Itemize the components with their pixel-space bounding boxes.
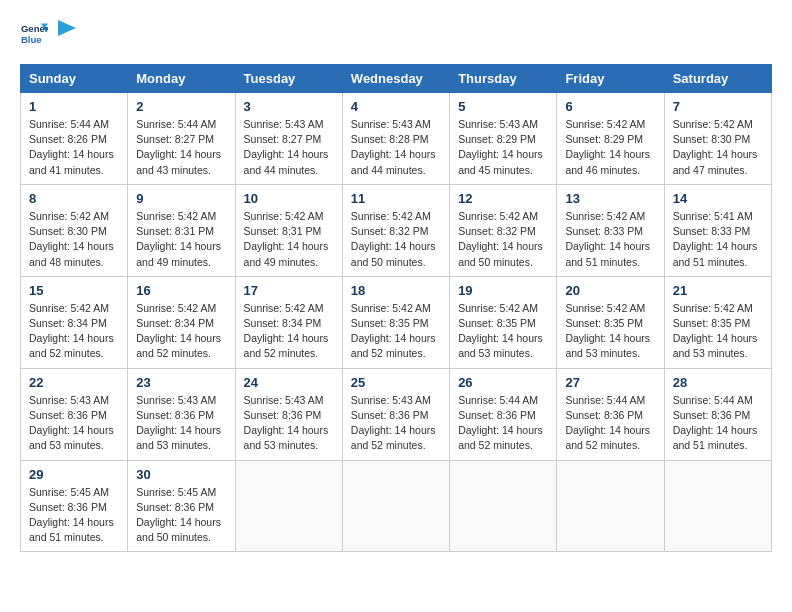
day-info: Sunrise: 5:42 AMSunset: 8:32 PMDaylight:… — [351, 209, 441, 270]
day-number: 12 — [458, 191, 548, 206]
header-saturday: Saturday — [664, 65, 771, 93]
calendar-day-cell: 15Sunrise: 5:42 AMSunset: 8:34 PMDayligh… — [21, 276, 128, 368]
day-info: Sunrise: 5:42 AMSunset: 8:35 PMDaylight:… — [351, 301, 441, 362]
day-number: 21 — [673, 283, 763, 298]
day-number: 19 — [458, 283, 548, 298]
calendar-day-cell — [664, 460, 771, 552]
calendar-day-cell: 2Sunrise: 5:44 AMSunset: 8:27 PMDaylight… — [128, 93, 235, 185]
day-number: 17 — [244, 283, 334, 298]
day-number: 3 — [244, 99, 334, 114]
day-number: 16 — [136, 283, 226, 298]
day-number: 11 — [351, 191, 441, 206]
calendar-week-row: 8Sunrise: 5:42 AMSunset: 8:30 PMDaylight… — [21, 184, 772, 276]
calendar-day-cell: 27Sunrise: 5:44 AMSunset: 8:36 PMDayligh… — [557, 368, 664, 460]
day-number: 20 — [565, 283, 655, 298]
day-number: 5 — [458, 99, 548, 114]
day-number: 2 — [136, 99, 226, 114]
day-info: Sunrise: 5:42 AMSunset: 8:34 PMDaylight:… — [29, 301, 119, 362]
day-number: 27 — [565, 375, 655, 390]
day-info: Sunrise: 5:43 AMSunset: 8:27 PMDaylight:… — [244, 117, 334, 178]
day-number: 14 — [673, 191, 763, 206]
calendar-day-cell: 16Sunrise: 5:42 AMSunset: 8:34 PMDayligh… — [128, 276, 235, 368]
page-header: General Blue — [20, 20, 772, 48]
calendar-table: SundayMondayTuesdayWednesdayThursdayFrid… — [20, 64, 772, 552]
calendar-day-cell — [235, 460, 342, 552]
day-number: 13 — [565, 191, 655, 206]
header-tuesday: Tuesday — [235, 65, 342, 93]
calendar-day-cell: 11Sunrise: 5:42 AMSunset: 8:32 PMDayligh… — [342, 184, 449, 276]
day-info: Sunrise: 5:42 AMSunset: 8:35 PMDaylight:… — [673, 301, 763, 362]
calendar-week-row: 22Sunrise: 5:43 AMSunset: 8:36 PMDayligh… — [21, 368, 772, 460]
day-info: Sunrise: 5:42 AMSunset: 8:30 PMDaylight:… — [673, 117, 763, 178]
day-info: Sunrise: 5:42 AMSunset: 8:32 PMDaylight:… — [458, 209, 548, 270]
day-info: Sunrise: 5:43 AMSunset: 8:36 PMDaylight:… — [136, 393, 226, 454]
calendar-day-cell: 17Sunrise: 5:42 AMSunset: 8:34 PMDayligh… — [235, 276, 342, 368]
calendar-day-cell: 6Sunrise: 5:42 AMSunset: 8:29 PMDaylight… — [557, 93, 664, 185]
day-number: 25 — [351, 375, 441, 390]
day-info: Sunrise: 5:45 AMSunset: 8:36 PMDaylight:… — [136, 485, 226, 546]
header-friday: Friday — [557, 65, 664, 93]
day-info: Sunrise: 5:43 AMSunset: 8:36 PMDaylight:… — [351, 393, 441, 454]
calendar-header-row: SundayMondayTuesdayWednesdayThursdayFrid… — [21, 65, 772, 93]
day-number: 6 — [565, 99, 655, 114]
day-number: 24 — [244, 375, 334, 390]
day-info: Sunrise: 5:42 AMSunset: 8:35 PMDaylight:… — [458, 301, 548, 362]
day-info: Sunrise: 5:42 AMSunset: 8:35 PMDaylight:… — [565, 301, 655, 362]
calendar-day-cell: 24Sunrise: 5:43 AMSunset: 8:36 PMDayligh… — [235, 368, 342, 460]
logo: General Blue — [20, 20, 76, 48]
day-number: 7 — [673, 99, 763, 114]
day-info: Sunrise: 5:45 AMSunset: 8:36 PMDaylight:… — [29, 485, 119, 546]
day-info: Sunrise: 5:42 AMSunset: 8:31 PMDaylight:… — [244, 209, 334, 270]
calendar-day-cell — [450, 460, 557, 552]
calendar-day-cell: 14Sunrise: 5:41 AMSunset: 8:33 PMDayligh… — [664, 184, 771, 276]
day-info: Sunrise: 5:44 AMSunset: 8:36 PMDaylight:… — [458, 393, 548, 454]
header-wednesday: Wednesday — [342, 65, 449, 93]
calendar-day-cell: 12Sunrise: 5:42 AMSunset: 8:32 PMDayligh… — [450, 184, 557, 276]
day-info: Sunrise: 5:43 AMSunset: 8:36 PMDaylight:… — [244, 393, 334, 454]
day-info: Sunrise: 5:43 AMSunset: 8:28 PMDaylight:… — [351, 117, 441, 178]
day-info: Sunrise: 5:42 AMSunset: 8:31 PMDaylight:… — [136, 209, 226, 270]
calendar-day-cell: 26Sunrise: 5:44 AMSunset: 8:36 PMDayligh… — [450, 368, 557, 460]
day-number: 28 — [673, 375, 763, 390]
calendar-day-cell: 3Sunrise: 5:43 AMSunset: 8:27 PMDaylight… — [235, 93, 342, 185]
day-info: Sunrise: 5:43 AMSunset: 8:29 PMDaylight:… — [458, 117, 548, 178]
calendar-day-cell: 10Sunrise: 5:42 AMSunset: 8:31 PMDayligh… — [235, 184, 342, 276]
calendar-day-cell: 13Sunrise: 5:42 AMSunset: 8:33 PMDayligh… — [557, 184, 664, 276]
calendar-day-cell: 19Sunrise: 5:42 AMSunset: 8:35 PMDayligh… — [450, 276, 557, 368]
calendar-day-cell: 30Sunrise: 5:45 AMSunset: 8:36 PMDayligh… — [128, 460, 235, 552]
day-number: 29 — [29, 467, 119, 482]
day-number: 30 — [136, 467, 226, 482]
calendar-day-cell: 20Sunrise: 5:42 AMSunset: 8:35 PMDayligh… — [557, 276, 664, 368]
day-info: Sunrise: 5:42 AMSunset: 8:34 PMDaylight:… — [244, 301, 334, 362]
calendar-week-row: 1Sunrise: 5:44 AMSunset: 8:26 PMDaylight… — [21, 93, 772, 185]
day-number: 26 — [458, 375, 548, 390]
day-number: 10 — [244, 191, 334, 206]
calendar-day-cell: 28Sunrise: 5:44 AMSunset: 8:36 PMDayligh… — [664, 368, 771, 460]
day-number: 4 — [351, 99, 441, 114]
day-info: Sunrise: 5:43 AMSunset: 8:36 PMDaylight:… — [29, 393, 119, 454]
calendar-day-cell: 8Sunrise: 5:42 AMSunset: 8:30 PMDaylight… — [21, 184, 128, 276]
calendar-day-cell: 7Sunrise: 5:42 AMSunset: 8:30 PMDaylight… — [664, 93, 771, 185]
calendar-week-row: 29Sunrise: 5:45 AMSunset: 8:36 PMDayligh… — [21, 460, 772, 552]
day-number: 15 — [29, 283, 119, 298]
calendar-week-row: 15Sunrise: 5:42 AMSunset: 8:34 PMDayligh… — [21, 276, 772, 368]
calendar-day-cell: 9Sunrise: 5:42 AMSunset: 8:31 PMDaylight… — [128, 184, 235, 276]
day-number: 22 — [29, 375, 119, 390]
calendar-day-cell: 18Sunrise: 5:42 AMSunset: 8:35 PMDayligh… — [342, 276, 449, 368]
calendar-day-cell: 22Sunrise: 5:43 AMSunset: 8:36 PMDayligh… — [21, 368, 128, 460]
day-info: Sunrise: 5:41 AMSunset: 8:33 PMDaylight:… — [673, 209, 763, 270]
day-number: 23 — [136, 375, 226, 390]
calendar-day-cell — [342, 460, 449, 552]
svg-marker-4 — [58, 20, 76, 36]
header-sunday: Sunday — [21, 65, 128, 93]
day-info: Sunrise: 5:42 AMSunset: 8:30 PMDaylight:… — [29, 209, 119, 270]
day-info: Sunrise: 5:42 AMSunset: 8:33 PMDaylight:… — [565, 209, 655, 270]
day-number: 1 — [29, 99, 119, 114]
calendar-day-cell: 29Sunrise: 5:45 AMSunset: 8:36 PMDayligh… — [21, 460, 128, 552]
calendar-day-cell — [557, 460, 664, 552]
day-number: 18 — [351, 283, 441, 298]
logo-icon: General Blue — [20, 20, 48, 48]
day-info: Sunrise: 5:44 AMSunset: 8:26 PMDaylight:… — [29, 117, 119, 178]
calendar-day-cell: 25Sunrise: 5:43 AMSunset: 8:36 PMDayligh… — [342, 368, 449, 460]
header-thursday: Thursday — [450, 65, 557, 93]
